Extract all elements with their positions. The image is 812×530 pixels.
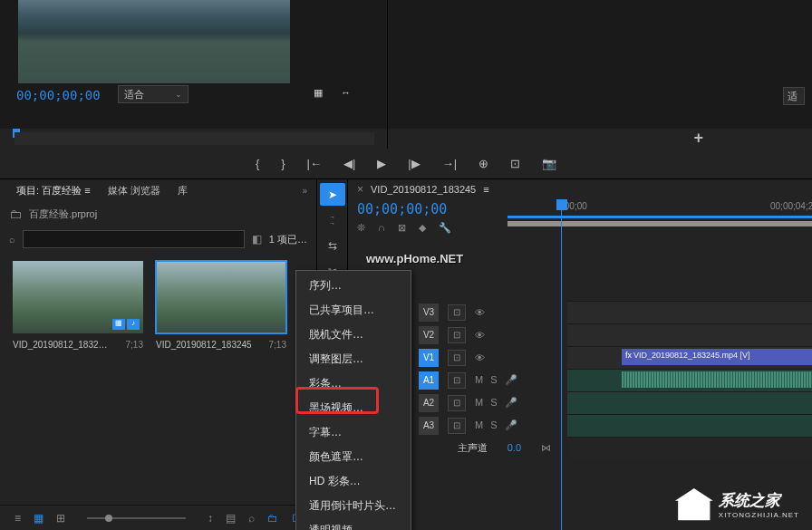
track-id-v1[interactable]: V1 [419, 349, 439, 367]
overwrite-icon[interactable]: ⊡ [510, 157, 520, 170]
add-button-icon[interactable]: + [693, 129, 703, 148]
track-toggle[interactable]: ⊡ [448, 372, 466, 389]
go-to-out-icon[interactable]: →| [442, 157, 457, 170]
timeline-playhead[interactable] [562, 199, 567, 234]
track-id-v3[interactable]: V3 [419, 304, 439, 322]
filter-icon[interactable]: ◧ [252, 233, 262, 246]
insert-icon[interactable]: ⊕ [478, 157, 488, 170]
mute-button[interactable]: M [475, 397, 483, 409]
tab-project[interactable]: 项目: 百度经验 ≡ [9, 181, 98, 200]
menu-shared-project[interactable]: 已共享项目… [296, 298, 411, 323]
track-toggle[interactable]: ⊡ [448, 418, 466, 434]
source-timecode[interactable]: 00;00;00;00 [16, 88, 101, 102]
monitor-row: 00;00;00;00 适合 ⌄ ▦ ↔ 1/2 ⌄ 🔧 00;00;07;13… [0, 0, 812, 129]
solo-button[interactable]: S [490, 374, 497, 386]
auto-sequence-icon[interactable]: ▤ [226, 512, 236, 525]
markers-icon[interactable]: ↔ [341, 87, 351, 99]
track-toggle[interactable]: ⊡ [448, 395, 466, 411]
menu-adjustment-layer[interactable]: 调整图层… [296, 347, 411, 371]
menu-color-matte[interactable]: 颜色遮罩… [296, 445, 411, 469]
program-fit-dropdown[interactable]: 适 [783, 87, 805, 105]
link-icon[interactable]: ⋈ [541, 442, 551, 454]
freeform-view-icon[interactable]: ⊞ [56, 512, 65, 525]
mute-button[interactable]: M [475, 374, 483, 386]
eye-icon[interactable]: 👁 [475, 352, 485, 363]
linked-selection-icon[interactable]: ∩ [378, 222, 385, 234]
sequence-name[interactable]: VID_20190812_183245 [371, 184, 476, 195]
audio-clip[interactable] [622, 371, 812, 388]
tab-media-browser[interactable]: 媒体 浏览器 [101, 181, 168, 200]
tab-menu-icon[interactable]: ≡ [84, 185, 90, 196]
clip-thumbnail[interactable]: ▦♪ [13, 261, 143, 333]
solo-button[interactable]: S [490, 397, 497, 409]
timeline-ruler[interactable]: ;00;00 00;00;04;2 [508, 199, 812, 234]
snap-icon[interactable]: ❊ [357, 222, 365, 234]
track-id-a2[interactable]: A2 [419, 394, 439, 412]
step-forward-icon[interactable]: |▶ [408, 157, 420, 170]
mic-icon[interactable]: 🎤 [505, 374, 517, 386]
track-content-a3[interactable] [567, 414, 812, 437]
master-value[interactable]: 0.0 [508, 442, 521, 453]
resolution-icon[interactable]: ▦ [314, 87, 323, 99]
export-frame-icon[interactable]: 📷 [542, 157, 556, 170]
eye-icon[interactable]: 👁 [475, 307, 485, 318]
mute-button[interactable]: M [475, 419, 483, 431]
solo-button[interactable]: S [490, 419, 497, 431]
bin-item[interactable]: VID_20190812_183245 7;13 [156, 261, 286, 350]
fit-dropdown[interactable]: 适合 ⌄ [118, 85, 188, 103]
track-content-v3[interactable] [567, 301, 812, 323]
track-content-v2[interactable] [567, 323, 812, 346]
play-icon[interactable]: ▶ [377, 157, 386, 170]
step-back-icon[interactable]: ◀| [343, 157, 355, 170]
selection-tool[interactable]: ➤ [320, 183, 345, 206]
mark-out-icon[interactable]: } [281, 157, 285, 170]
search-input[interactable] [23, 230, 245, 248]
eye-icon[interactable]: 👁 [475, 330, 485, 341]
timeline-timecode[interactable]: 00;00;00;00 [357, 201, 498, 217]
track-select-tool[interactable]: →→ [320, 208, 345, 231]
sequence-thumbnail[interactable] [156, 261, 286, 333]
track-content-a1[interactable] [567, 369, 812, 391]
menu-captions[interactable]: 字幕… [296, 420, 411, 445]
track-content-v1[interactable]: fxVID_20190812_183245.mp4 [V] [567, 346, 812, 369]
track-id-a3[interactable]: A3 [419, 417, 439, 435]
settings-icon[interactable]: 🔧 [439, 222, 451, 234]
tab-menu-icon[interactable]: ≡ [483, 184, 488, 195]
go-to-in-icon[interactable]: |← [307, 157, 322, 170]
mark-in-icon[interactable]: { [256, 157, 259, 170]
find-icon[interactable]: ⌕ [248, 512, 255, 525]
panel-overflow-icon[interactable]: » [302, 186, 307, 196]
track-id-a1[interactable]: A1 [419, 371, 439, 390]
menu-bars-tone[interactable]: 彩条… [296, 371, 411, 396]
master-content[interactable] [567, 437, 812, 458]
menu-sequence[interactable]: 序列… [296, 274, 411, 298]
track-content-a2[interactable] [567, 391, 812, 414]
track-toggle[interactable]: ⊡ [448, 350, 466, 366]
list-view-icon[interactable]: ≡ [14, 512, 21, 525]
track-toggle[interactable]: ⊡ [448, 327, 466, 343]
icon-view-icon[interactable]: ▦ [34, 512, 44, 525]
mic-icon[interactable]: 🎤 [505, 397, 517, 409]
video-clip[interactable]: fxVID_20190812_183245.mp4 [V] [622, 349, 812, 365]
sort-icon[interactable]: ↕ [208, 512, 213, 525]
menu-black-video[interactable]: 黑场视频… [296, 396, 411, 420]
mic-icon[interactable]: 🎤 [505, 419, 517, 431]
bin-item[interactable]: ▦♪ VID_20190812_1832… 7;13 [13, 261, 143, 350]
marker-add-icon[interactable]: ◆ [419, 222, 426, 234]
new-bin-icon[interactable]: 🗀 [267, 512, 278, 525]
menu-offline-file[interactable]: 脱机文件… [296, 323, 411, 347]
track-id-v2[interactable]: V2 [419, 326, 439, 344]
zoom-slider[interactable] [87, 517, 186, 519]
marker-icon[interactable]: ⊠ [398, 222, 406, 234]
close-tab-icon[interactable]: × [357, 183, 363, 196]
work-area-bar[interactable] [508, 221, 812, 226]
track-toggle[interactable]: ⊡ [448, 304, 466, 321]
tab-library[interactable]: 库 [170, 181, 195, 200]
source-video-preview[interactable] [18, 0, 290, 83]
menu-hd-bars[interactable]: HD 彩条… [296, 469, 411, 494]
menu-transparent-video[interactable]: 透明视频… [296, 518, 411, 530]
source-ruler[interactable] [14, 132, 374, 145]
project-footer: ≡ ▦ ⊞ ↕ ▤ ⌕ 🗀 🗋 [0, 505, 316, 530]
ripple-edit-tool[interactable]: ⇆ [320, 234, 345, 256]
menu-countdown[interactable]: 通用倒计时片头… [296, 494, 411, 518]
